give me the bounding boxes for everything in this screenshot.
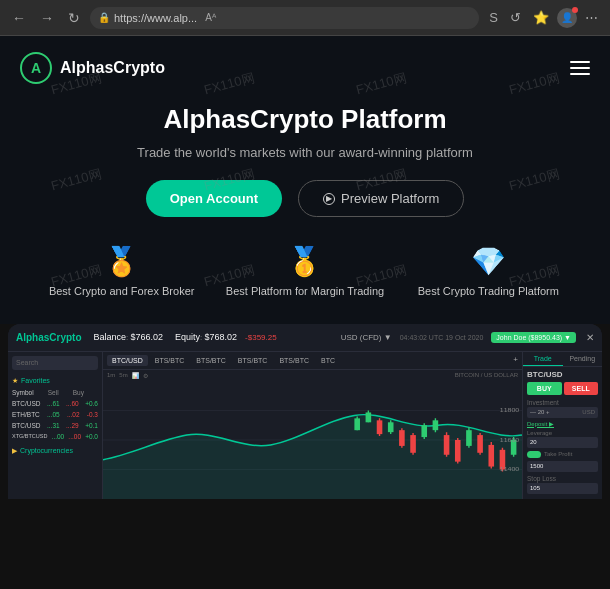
preview-sidebar: Search ★ Favorites Symbol Sell Buy BTC (8, 352, 103, 499)
add-funds-link[interactable]: Deposit ▶ (523, 419, 602, 428)
logo-icon: A (20, 52, 52, 84)
award-item-broker: 🏅 Best Crypto and Forex Broker (30, 245, 213, 299)
chart-tab-btsbtc1[interactable]: BTS/BTC (150, 355, 190, 366)
logo-area: A AlphasCrypto (20, 52, 165, 84)
nav-bar: A AlphasCrypto (20, 52, 590, 84)
open-account-button[interactable]: Open Account (146, 180, 282, 217)
history-icon[interactable]: ↺ (506, 8, 525, 27)
refresh-button[interactable]: ↻ (64, 8, 84, 28)
right-tab-trade[interactable]: Trade (523, 352, 563, 366)
url-text: https://www.alp... (114, 12, 197, 24)
chart-tabs: BTC/USD BTS/BTC BTS/BTC BTS/BTC BTS/BTC … (103, 352, 522, 370)
preview-favorites-section: ★ Favorites (8, 374, 102, 387)
buy-button[interactable]: BUY (527, 382, 562, 395)
preview-instrument: USD (CFD) ▼ (341, 333, 392, 342)
toggle-pill (527, 451, 541, 458)
chart-toolbar: 1m 5m 📊 ⚙ BITCOIN / US DOLLAR (103, 370, 522, 381)
preview-forex-section: ▶ Cryptocurrencies (8, 444, 102, 457)
logo-symbol: A (31, 60, 41, 76)
investment-input[interactable]: — 20 + USD (527, 407, 598, 418)
award-text-broker: Best Crypto and Forex Broker (30, 284, 213, 299)
sidebar-row-xtgbtcusd[interactable]: XTG/BTCUSD ...00 ...00 +0.0 (8, 431, 102, 442)
leverage-label: Leverage (523, 428, 602, 436)
extensions-icon[interactable]: S (485, 8, 502, 27)
close-preview-icon[interactable]: ✕ (586, 332, 594, 343)
svg-text:11400: 11400 (500, 467, 520, 472)
chart-tab-btc[interactable]: BTC (316, 355, 340, 366)
chart-time-btn-5[interactable]: 5m (119, 372, 127, 379)
browser-chrome: ← → ↻ 🔒 https://www.alp... Aᴬ S ↺ ⭐ 👤 ⋯ (0, 0, 610, 36)
preview-datetime: 04:43:02 UTC 19 Oct 2020 (400, 334, 484, 341)
sidebar-row-btcusd[interactable]: BTC/USD ...61 ...60 +0.6 (8, 398, 102, 409)
stop-loss-input[interactable]: 105 (527, 483, 598, 494)
play-icon: ▶ (323, 193, 335, 205)
back-button[interactable]: ← (8, 8, 30, 28)
browser-actions: S ↺ ⭐ 👤 ⋯ (485, 8, 602, 28)
award-text-trading: Best Crypto Trading Platform (397, 284, 580, 299)
buy-sell-buttons: BUY SELL (527, 382, 598, 395)
chart-time-btn[interactable]: 1m (107, 372, 115, 379)
preview-logo: AlphasCrypto (16, 332, 82, 343)
preview-inner: AlphasCrypto Balance: $766.02 Equity: $7… (8, 324, 602, 499)
platform-preview: AlphasCrypto Balance: $766.02 Equity: $7… (8, 324, 602, 499)
leverage-input[interactable]: 20 (527, 437, 598, 448)
lock-icon: 🔒 (98, 12, 110, 23)
chart-type-icon[interactable]: 📊 (132, 372, 139, 379)
hero-buttons: Open Account ▶ Preview Platform (20, 180, 590, 217)
chart-tab-btcusd[interactable]: BTC/USD (107, 355, 148, 366)
chart-svg: 11800 11600 11400 (103, 381, 522, 499)
right-tab-pending[interactable]: Pending (563, 352, 603, 366)
hero-title: AlphasCrypto Platform (20, 104, 590, 135)
preview-body: Search ★ Favorites Symbol Sell Buy BTC (8, 352, 602, 499)
hero-subtitle: Trade the world's markets with our award… (20, 145, 590, 160)
preview-chart-area: BTC/USD BTS/BTC BTS/BTC BTS/BTC BTS/BTC … (103, 352, 522, 499)
preview-pnl: -$359.25 (245, 333, 277, 342)
read-mode-icon: Aᴬ (205, 12, 216, 23)
preview-topbar: AlphasCrypto Balance: $766.02 Equity: $7… (8, 324, 602, 352)
chart-canvas: 11800 11600 11400 (103, 381, 522, 499)
award-item-margin: 🥇 Best Platform for Margin Trading (213, 245, 396, 299)
preview-balance-label: Balance: $766.02 (94, 332, 164, 342)
profile-icon[interactable]: 👤 (557, 8, 577, 28)
take-profit-input[interactable]: 1500 (527, 461, 598, 472)
menu-line (570, 67, 590, 69)
notification-dot (572, 7, 578, 13)
menu-line (570, 73, 590, 75)
preview-search-input[interactable]: Search (12, 356, 98, 370)
right-tabs: Trade Pending (523, 352, 602, 367)
chart-title: BITCOIN / US DOLLAR (455, 372, 518, 379)
awards-section: 🏅 Best Crypto and Forex Broker 🥇 Best Pl… (20, 245, 590, 299)
award-text-margin: Best Platform for Margin Trading (213, 284, 396, 299)
sidebar-header-row: Symbol Sell Buy (8, 387, 102, 398)
preview-platform-label: Preview Platform (341, 191, 439, 206)
svg-text:11600: 11600 (500, 437, 520, 442)
award-item-trading: 💎 Best Crypto Trading Platform (397, 245, 580, 299)
add-chart-tab-button[interactable]: + (513, 355, 518, 366)
preview-right-panel: Trade Pending BTC/USD BUY SELL Investmen… (522, 352, 602, 499)
address-bar[interactable]: 🔒 https://www.alp... Aᴬ (90, 7, 479, 29)
more-menu-button[interactable]: ⋯ (581, 8, 602, 27)
menu-line (570, 61, 590, 63)
logo-name: AlphasCrypto (60, 59, 165, 77)
chart-tab-btsbtc4[interactable]: BTS/BTC (274, 355, 314, 366)
award-medal-icon: 🏅 (30, 245, 213, 278)
forward-button[interactable]: → (36, 8, 58, 28)
chart-tab-btsbtc2[interactable]: BTS/BTC (191, 355, 231, 366)
award-gold-medal-icon: 🥇 (213, 245, 396, 278)
take-profit-toggle[interactable]: Take Profit (523, 449, 602, 460)
page-content: FX110网 FX110网 FX110网 FX110网 FX110网 FX110… (0, 36, 610, 589)
preview-platform-button[interactable]: ▶ Preview Platform (298, 180, 464, 217)
svg-text:11800: 11800 (500, 408, 520, 413)
sell-button[interactable]: SELL (564, 382, 599, 395)
hero-section: FX110网 FX110网 FX110网 FX110网 FX110网 FX110… (0, 36, 610, 324)
preview-user: John Doe ($8950.43) ▼ (491, 332, 576, 343)
stop-loss-label: Stop Loss (523, 473, 602, 482)
hamburger-menu-button[interactable] (570, 61, 590, 75)
investment-label: Investment (523, 397, 602, 406)
chart-tab-btsbtc3[interactable]: BTS/BTC (233, 355, 273, 366)
sidebar-row-ethbtc[interactable]: ETH/BTC ...05 ...02 -0.3 (8, 409, 102, 420)
chart-indicator-icon[interactable]: ⚙ (143, 372, 148, 379)
bookmark-icon[interactable]: ⭐ (529, 8, 553, 27)
sidebar-row-btcusd2[interactable]: BTC/USD ...31 ...29 +0.1 (8, 420, 102, 431)
right-pair-title: BTC/USD (523, 367, 602, 380)
